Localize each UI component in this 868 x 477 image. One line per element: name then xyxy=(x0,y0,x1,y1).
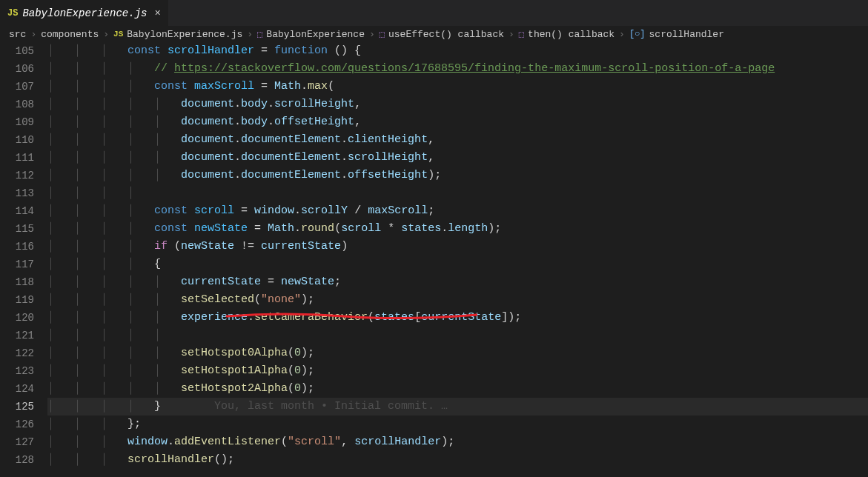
code-area[interactable]: │ │ │ const scrollHandler = function () … xyxy=(47,42,868,477)
crumb-sym1[interactable]: BabylonExperience xyxy=(266,29,365,40)
crumb-file[interactable]: BabylonExperience.js xyxy=(127,29,242,40)
tab-label: BabylonExperience.js xyxy=(22,7,147,19)
close-icon[interactable]: × xyxy=(154,7,160,19)
breadcrumb[interactable]: src› components› JSBabylonExperience.js›… xyxy=(0,26,868,42)
line-number-gutter: 105 106 107 108 109 110 111 112 113 114 … xyxy=(0,42,47,477)
js-icon: JS xyxy=(7,8,18,19)
symbol-icon: ⬚ xyxy=(380,29,385,40)
editor[interactable]: 105 106 107 108 109 110 111 112 113 114 … xyxy=(0,42,868,477)
crumb-sym2[interactable]: useEffect() callback xyxy=(388,29,504,40)
crumb-sym4[interactable]: scrollHandler xyxy=(649,29,724,40)
crumb-src[interactable]: src xyxy=(9,29,26,40)
editor-tab[interactable]: JS BabylonExperience.js × xyxy=(0,0,169,26)
symbol-icon: ⬚ xyxy=(519,29,524,40)
git-blame xyxy=(161,400,214,413)
crumb-components[interactable]: components xyxy=(41,29,99,40)
tab-bar: JS BabylonExperience.js × xyxy=(0,0,868,26)
variable-icon: [○] xyxy=(629,29,646,39)
symbol-icon: ⬚ xyxy=(257,29,262,40)
crumb-sym3[interactable]: then() callback xyxy=(528,29,614,40)
js-icon: JS xyxy=(113,30,123,39)
